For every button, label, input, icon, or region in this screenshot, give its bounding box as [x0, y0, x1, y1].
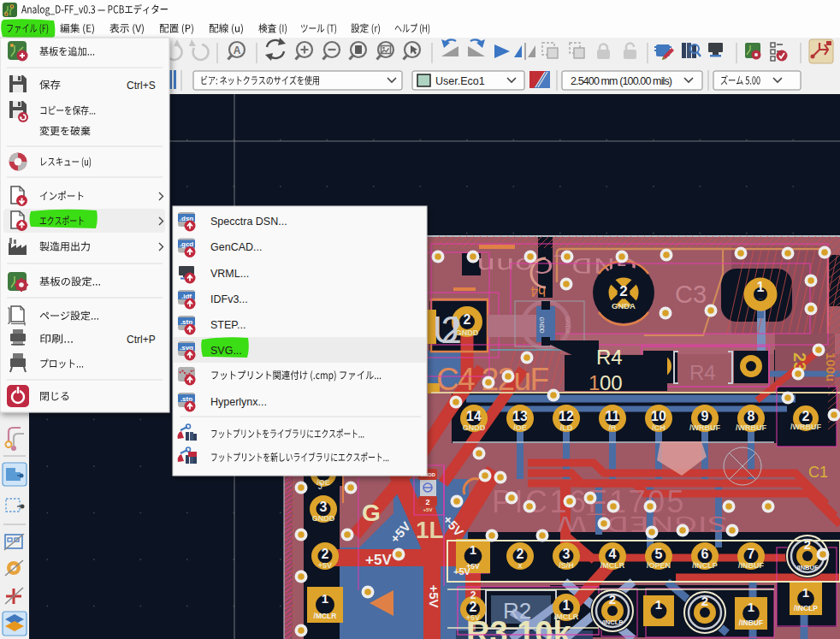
svg-text:/INCLP: /INCLP: [692, 561, 718, 570]
svg-text:GNDA: GNDA: [612, 301, 636, 311]
svg-text:1: 1: [322, 591, 328, 606]
svg-text:100u: 100u: [824, 352, 838, 382]
svg-text:1: 1: [470, 542, 476, 557]
svg-text:A: A: [234, 44, 241, 56]
svg-text:1: 1: [748, 600, 754, 614]
svg-text:1: 1: [563, 598, 571, 612]
svg-text:1: 1: [589, 371, 600, 394]
svg-text:R2: R2: [503, 598, 531, 624]
svg-text:+5V: +5V: [466, 613, 480, 622]
svg-text:12: 12: [559, 409, 574, 423]
svg-text:2: 2: [802, 409, 810, 423]
svg-text:2: 2: [701, 594, 708, 608]
svg-text:1: 1: [802, 585, 809, 600]
svg-text:8: 8: [748, 409, 755, 423]
svg-text:GNDD: GNDD: [539, 317, 545, 333]
svg-text:2: 2: [470, 600, 477, 614]
svg-text:4: 4: [609, 547, 617, 561]
svg-text:+5V: +5V: [427, 584, 441, 607]
svg-text:C3: C3: [675, 281, 707, 308]
svg-text:14: 14: [466, 409, 482, 423]
svg-text:x: x: [518, 561, 522, 570]
svg-text:+5V: +5V: [423, 507, 433, 512]
svg-text:/INCLP: /INCLP: [794, 604, 818, 612]
svg-text:C1: C1: [808, 464, 828, 481]
svg-text:/MCLR: /MCLR: [314, 612, 337, 620]
svg-text:/R: /R: [609, 423, 618, 432]
svg-text:11: 11: [606, 409, 620, 423]
svg-text:2: 2: [609, 592, 616, 606]
svg-text:2: 2: [464, 312, 471, 327]
svg-text:GNDD: GNDD: [463, 423, 486, 432]
svg-text:Ctrl+S: Ctrl+S: [127, 80, 156, 92]
svg-text:GNDD: GNDD: [312, 514, 335, 523]
svg-text:Ctrl+P: Ctrl+P: [127, 334, 156, 346]
svg-text:1: 1: [757, 280, 765, 294]
svg-text:/INBUF: /INBUF: [797, 564, 819, 571]
svg-text:/LD: /LD: [560, 423, 573, 432]
svg-text:···: ···: [758, 296, 763, 301]
svg-text:+5V: +5V: [453, 566, 471, 577]
svg-text:/OPEN: /OPEN: [647, 561, 671, 570]
svg-text:/WRBUF: /WRBUF: [689, 423, 720, 432]
svg-text:2: 2: [470, 589, 476, 601]
svg-text:Specctra DSN...: Specctra DSN...: [210, 216, 287, 228]
svg-text:9: 9: [701, 409, 709, 423]
svg-text:GenCAD...: GenCAD...: [210, 241, 262, 253]
svg-text:STEP...: STEP...: [210, 319, 245, 331]
svg-text:/INBUF: /INBUF: [739, 618, 763, 627]
svg-text:U2: U2: [433, 309, 462, 351]
svg-text:/INBUF: /INBUF: [738, 561, 764, 570]
svg-text:User.Eco1: User.Eco1: [435, 75, 485, 87]
svg-text:/OE: /OE: [513, 423, 527, 432]
svg-text:1L: 1L: [416, 517, 444, 543]
svg-text:3: 3: [563, 547, 571, 561]
svg-text:/WRBUF: /WRBUF: [790, 423, 821, 431]
svg-text:2: 2: [804, 537, 811, 552]
svg-text:00: 00: [600, 371, 623, 394]
svg-text:2: 2: [517, 547, 524, 561]
svg-text:5: 5: [655, 547, 663, 561]
svg-text:Hyperlynx...: Hyperlynx...: [210, 396, 267, 408]
svg-text:SVG...: SVG...: [210, 345, 242, 357]
svg-text:13: 13: [512, 409, 528, 423]
svg-text:/CH: /CH: [652, 423, 665, 432]
svg-text:2: 2: [322, 547, 329, 561]
svg-text:GNDA: GNDA: [565, 317, 571, 334]
svg-text:R4: R4: [689, 361, 716, 384]
svg-text:/INCLP: /INCLP: [602, 618, 624, 626]
svg-text:IDFv3...: IDFv3...: [210, 293, 248, 305]
svg-text:/S/H: /S/H: [559, 561, 574, 570]
svg-text:VRML...: VRML...: [210, 268, 249, 280]
svg-text:+5V: +5V: [365, 552, 392, 568]
svg-text:10: 10: [651, 409, 666, 423]
svg-text:J: J: [318, 482, 322, 491]
svg-text:+5V: +5V: [318, 561, 332, 570]
svg-text:G: G: [362, 500, 381, 526]
svg-text:2: 2: [425, 498, 429, 506]
svg-text:2: 2: [619, 283, 627, 299]
svg-text:/MCLR: /MCLR: [554, 612, 579, 621]
svg-text:/MCLR: /MCLR: [600, 561, 625, 570]
svg-text:6: 6: [701, 547, 709, 561]
svg-text:R4: R4: [596, 346, 623, 369]
svg-text:7: 7: [748, 547, 755, 561]
svg-text:3: 3: [320, 500, 328, 514]
svg-text:/WRBUF: /WRBUF: [736, 423, 766, 432]
svg-text:2.5400 mm (100.00 mils): 2.5400 mm (100.00 mils): [571, 75, 672, 87]
svg-text:1: 1: [655, 597, 662, 612]
